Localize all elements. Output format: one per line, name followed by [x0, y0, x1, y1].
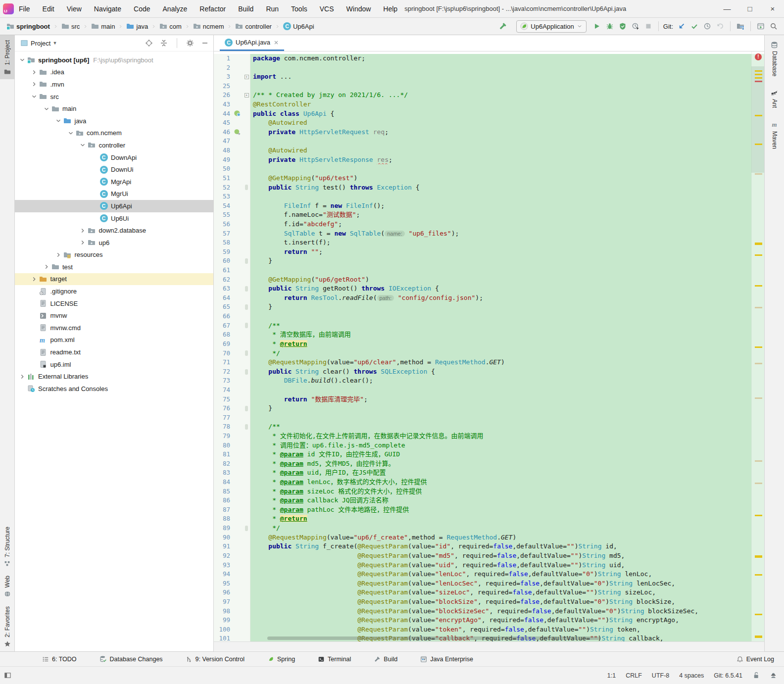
line-number[interactable]: 98 — [214, 607, 232, 616]
tree-item-up6-iml[interactable]: up6.iml — [15, 358, 213, 371]
code-text[interactable]: private HttpServletResponse res; — [250, 155, 764, 165]
line-number[interactable]: 44 — [214, 109, 232, 119]
chevron-down-icon[interactable]: ▼ — [52, 41, 57, 46]
breadcrumb-ncmem[interactable]: ncmem — [192, 21, 226, 31]
code-text[interactable]: */ — [250, 524, 764, 533]
gear-icon[interactable] — [185, 38, 196, 49]
code-text[interactable] — [250, 82, 764, 91]
code-text[interactable]: @RequestParam(value="sizeLoc", required=… — [250, 588, 764, 597]
code-text[interactable] — [250, 413, 764, 423]
code-text[interactable]: @RequestParam(value="lenLocSec", require… — [250, 579, 764, 588]
error-stripe-mark[interactable] — [755, 81, 762, 82]
tree-item-up6ui[interactable]: CUp6Ui — [15, 212, 213, 225]
menu-run[interactable]: Run — [266, 5, 279, 13]
code-text[interactable]: t.insert(f); — [250, 238, 764, 247]
fold-marker[interactable] — [243, 302, 250, 312]
code-text[interactable]: @GetMapping("up6/getRoot") — [250, 275, 764, 285]
code-text[interactable]: * @param id 文件ID，由控件生成，GUID — [250, 450, 764, 459]
line-number[interactable]: 67 — [214, 321, 232, 331]
stripe-maven[interactable]: mMaven — [771, 115, 778, 156]
tree-item-downui[interactable]: CDownUi — [15, 163, 213, 176]
rollback-button[interactable] — [714, 20, 727, 33]
code-text[interactable]: return "数据库清理完毕"; — [250, 395, 764, 404]
debug-button[interactable] — [603, 20, 616, 33]
fold-marker[interactable] — [243, 183, 250, 193]
stripe-web[interactable]: Web — [0, 571, 14, 601]
error-stripe-mark[interactable] — [755, 574, 762, 576]
code-text[interactable]: SqlTable t = new SqlTable(name: "up6_fil… — [250, 229, 764, 239]
line-number[interactable]: 97 — [214, 597, 232, 607]
toolwindow-event-log[interactable]: Event Log — [736, 656, 774, 663]
horizontal-scrollbar[interactable] — [267, 636, 600, 640]
fold-marker[interactable] — [243, 524, 250, 533]
line-number[interactable]: 3 — [214, 72, 232, 82]
code-text[interactable] — [250, 266, 764, 275]
code-text[interactable]: @Autowired — [250, 146, 764, 155]
toolwindow-database-changes[interactable]: Database Changes — [99, 655, 163, 663]
code-text[interactable]: @Autowired — [250, 118, 764, 128]
code-text[interactable]: import ... — [250, 72, 764, 82]
menu-refactor[interactable]: Refactor — [199, 5, 226, 13]
collapse-icon[interactable] — [158, 38, 169, 49]
line-number[interactable]: 48 — [214, 146, 232, 155]
error-stripe-mark[interactable] — [755, 243, 762, 245]
run-anything-button[interactable] — [754, 20, 767, 33]
code-text[interactable]: * @param md5，文件MD5，由控件计算。 — [250, 459, 764, 469]
fold-marker[interactable] — [243, 404, 250, 413]
history-button[interactable] — [701, 20, 714, 33]
line-number[interactable]: 76 — [214, 404, 232, 413]
tree-item-downapi[interactable]: CDownApi — [15, 151, 213, 164]
breadcrumb-up6api[interactable]: CUp6Api — [282, 21, 316, 31]
close-button[interactable]: × — [761, 0, 784, 17]
chevron-closed-icon[interactable] — [30, 80, 39, 89]
line-number[interactable]: 63 — [214, 284, 232, 293]
chevron-open-icon[interactable] — [30, 93, 39, 101]
hector-icon[interactable] — [770, 672, 777, 679]
fold-marker[interactable] — [243, 321, 250, 331]
breadcrumb-src[interactable]: src — [60, 21, 81, 31]
chevron-open-icon[interactable] — [54, 117, 63, 125]
line-number[interactable]: 51 — [214, 174, 232, 183]
error-stripe-mark[interactable] — [755, 515, 762, 516]
stop-button[interactable] — [642, 20, 655, 33]
error-stripe-mark[interactable] — [755, 115, 762, 116]
code-text[interactable]: * @param callback JQ回调方法名称 — [250, 496, 764, 505]
line-number[interactable]: 101 — [214, 634, 232, 641]
toolwindow-terminal[interactable]: Terminal — [318, 656, 351, 663]
breadcrumb-main[interactable]: main — [90, 21, 116, 31]
code-text[interactable]: * @param sizeLoc 格式化的文件大小，控件提供 — [250, 487, 764, 496]
chevron-closed-icon[interactable] — [18, 372, 26, 381]
chevron-closed-icon[interactable] — [42, 263, 50, 271]
line-number[interactable]: 47 — [214, 137, 232, 146]
line-number[interactable]: 74 — [214, 386, 232, 395]
code-text[interactable]: @RequestParam(value="token", required=fa… — [250, 625, 764, 635]
line-number[interactable]: 60 — [214, 256, 232, 266]
chevron-closed-icon[interactable] — [79, 239, 87, 247]
line-number[interactable]: 89 — [214, 524, 232, 533]
line-number[interactable]: 93 — [214, 561, 232, 570]
run-config-selector[interactable]: Up6Application — [516, 20, 586, 33]
breadcrumb-com[interactable]: com — [158, 21, 183, 31]
line-number[interactable]: 72 — [214, 367, 232, 377]
chevron-open-icon[interactable] — [66, 129, 75, 137]
menu-navigate[interactable]: Navigate — [94, 5, 121, 13]
code-text[interactable]: * @param lenLoc，数字格式的文件大小，控件提供 — [250, 478, 764, 487]
code-text[interactable]: return ""; — [250, 247, 764, 257]
menu-edit[interactable]: Edit — [43, 5, 54, 13]
line-number[interactable]: 92 — [214, 551, 232, 561]
tree-item-main[interactable]: main — [15, 102, 213, 115]
line-number[interactable]: 56 — [214, 220, 232, 229]
tree-item-src[interactable]: src — [15, 91, 213, 103]
stripe-project[interactable]: 1: Project — [0, 35, 14, 79]
line-number[interactable]: 88 — [214, 514, 232, 524]
code-text[interactable]: */ — [250, 349, 764, 358]
coverage-button[interactable] — [616, 20, 629, 33]
menu-file[interactable]: File — [19, 5, 30, 13]
line-number[interactable]: 99 — [214, 616, 232, 625]
autowired-gutter-icon[interactable] — [232, 128, 243, 137]
status-line-ending[interactable]: CRLF — [626, 672, 642, 679]
error-stripe-mark[interactable] — [755, 635, 762, 638]
search-everywhere-button[interactable] — [767, 20, 780, 33]
tree-item-down2-database[interactable]: down2.database — [15, 224, 213, 237]
run-button[interactable] — [590, 20, 603, 33]
